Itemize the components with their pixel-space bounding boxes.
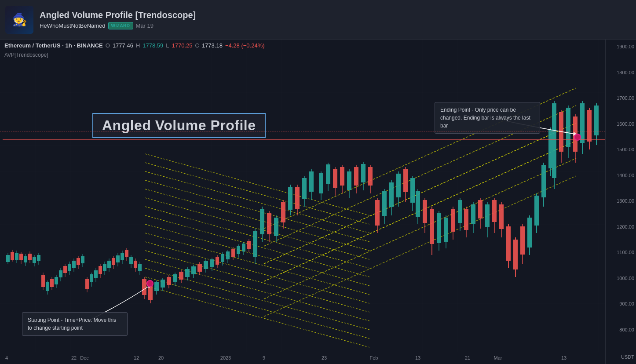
svg-rect-28 xyxy=(15,253,18,260)
price-1400: 1400.00 xyxy=(607,173,634,178)
svg-rect-182 xyxy=(295,187,300,209)
svg-rect-96 xyxy=(173,274,177,282)
svg-rect-62 xyxy=(90,274,93,282)
time-t12: Mar xyxy=(494,355,502,360)
svg-rect-108 xyxy=(253,231,257,257)
time-t6: 2023 xyxy=(220,355,231,360)
price-1100: 1100.00 xyxy=(607,250,634,255)
svg-rect-198 xyxy=(389,182,394,207)
svg-rect-136 xyxy=(437,213,441,243)
start-point-marker[interactable] xyxy=(146,280,154,287)
svg-rect-30 xyxy=(19,254,23,260)
svg-rect-44 xyxy=(50,279,54,287)
svg-rect-132 xyxy=(423,200,427,223)
svg-rect-124 xyxy=(333,169,337,188)
chart-title-overlay: Angled Volume Profile xyxy=(92,113,266,138)
svg-rect-50 xyxy=(63,266,67,273)
svg-rect-188 xyxy=(354,167,358,186)
header: 🧙 Angled Volume Profile [Trendoscope] He… xyxy=(0,0,636,40)
end-point-marker[interactable] xyxy=(574,134,581,141)
svg-rect-168 xyxy=(216,257,219,265)
svg-rect-48 xyxy=(59,270,62,277)
time-t9: Feb xyxy=(370,355,378,360)
time-t1: 4 xyxy=(5,355,8,360)
svg-rect-90 xyxy=(154,282,159,291)
avatar-image: 🧙 xyxy=(5,6,33,34)
svg-rect-180 xyxy=(247,241,251,249)
svg-rect-52 xyxy=(68,264,71,271)
author-row: HeWhoMustNotBeNamed WIZARD Mar 19 xyxy=(40,22,196,29)
time-t13: 13 xyxy=(561,355,567,360)
svg-rect-194 xyxy=(375,200,380,226)
wizard-badge: WIZARD xyxy=(108,22,133,29)
header-info: Angled Volume Profile [Trendoscope] HeWh… xyxy=(40,10,196,29)
current-price-marker: 1773.18 xyxy=(3,136,636,143)
ohlc-c-value: 1773.18 xyxy=(202,42,223,49)
svg-rect-142 xyxy=(478,200,482,218)
script-title: Angled Volume Profile [Trendoscope] xyxy=(40,10,196,20)
ending-point-tooltip: Ending Point - Only price can be changed… xyxy=(435,102,540,134)
svg-rect-74 xyxy=(116,255,120,262)
avatar: 🧙 xyxy=(5,6,33,34)
svg-rect-196 xyxy=(382,191,387,216)
svg-rect-120 xyxy=(319,173,323,193)
svg-rect-94 xyxy=(167,277,171,285)
title-row: Angled Volume Profile [Trendoscope] xyxy=(40,10,196,20)
svg-rect-192 xyxy=(368,167,373,186)
svg-rect-72 xyxy=(112,258,115,265)
svg-rect-206 xyxy=(444,218,448,242)
svg-rect-176 xyxy=(237,246,240,254)
svg-rect-68 xyxy=(103,264,106,271)
ohlc-h-label: H xyxy=(136,42,140,49)
svg-rect-66 xyxy=(99,266,102,274)
price-1700: 1700.00 xyxy=(607,95,634,101)
svg-rect-208 xyxy=(451,209,455,232)
price-1200: 1200.00 xyxy=(607,224,634,229)
indicator-label: AVP[Trendoscope] xyxy=(4,52,48,58)
time-axis: 4 22 Dec 12 20 2023 9 23 Feb 13 21 Mar 1… xyxy=(0,351,605,364)
svg-rect-118 xyxy=(288,187,292,210)
svg-rect-144 xyxy=(499,204,504,229)
svg-rect-102 xyxy=(191,266,196,274)
chart-symbol: Ethereum / TetherUS · 1h · BINANCE xyxy=(4,42,103,49)
time-t5: 20 xyxy=(158,355,164,360)
svg-rect-92 xyxy=(161,280,165,288)
price-1000: 1000.00 xyxy=(607,276,634,281)
svg-rect-58 xyxy=(81,256,84,263)
price-900: 900.00 xyxy=(607,301,634,306)
svg-rect-112 xyxy=(267,213,271,234)
ohlc-c-label: C xyxy=(195,42,199,49)
svg-rect-34 xyxy=(28,254,32,260)
svg-rect-148 xyxy=(513,240,518,269)
svg-rect-212 xyxy=(485,204,490,227)
svg-rect-24 xyxy=(6,255,10,262)
svg-rect-56 xyxy=(77,258,80,265)
time-t3: Dec xyxy=(80,355,89,360)
price-1500: 1500.00 xyxy=(607,147,634,152)
svg-rect-200 xyxy=(396,174,401,197)
svg-rect-42 xyxy=(46,282,49,291)
svg-rect-114 xyxy=(274,218,278,236)
price-axis: 1900.00 1800.00 1700.00 1600.00 1500.00 … xyxy=(605,40,636,364)
svg-rect-84 xyxy=(138,264,142,271)
svg-rect-116 xyxy=(281,202,285,222)
starting-point-tooltip: Starting Point - Time+Price. Move this t… xyxy=(22,312,128,336)
date-label: Mar 19 xyxy=(136,22,154,29)
svg-rect-190 xyxy=(361,164,366,182)
svg-rect-106 xyxy=(204,261,208,269)
svg-rect-178 xyxy=(242,244,245,251)
svg-rect-82 xyxy=(134,261,137,268)
svg-rect-100 xyxy=(185,269,190,277)
svg-rect-204 xyxy=(410,178,415,203)
svg-rect-78 xyxy=(125,250,128,257)
current-price-line xyxy=(3,139,608,140)
chart-container[interactable]: Ethereum / TetherUS · 1h · BINANCE O 177… xyxy=(0,40,636,364)
svg-rect-130 xyxy=(416,191,420,217)
svg-rect-32 xyxy=(24,256,27,262)
svg-rect-174 xyxy=(231,249,235,257)
svg-rect-54 xyxy=(72,261,76,268)
currency-label: USDT xyxy=(607,353,634,360)
svg-rect-76 xyxy=(121,253,124,260)
svg-rect-214 xyxy=(492,200,497,222)
price-1900: 1900.00 xyxy=(607,44,634,49)
